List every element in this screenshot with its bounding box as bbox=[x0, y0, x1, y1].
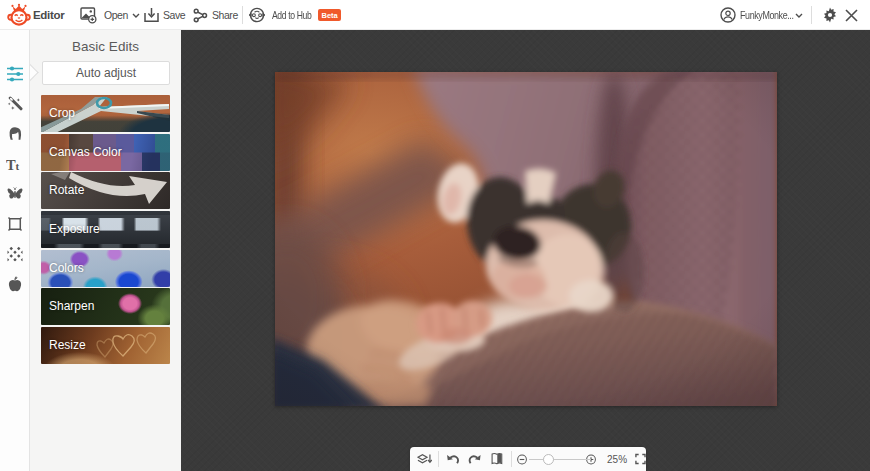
svg-text:T: T bbox=[6, 157, 16, 171]
svg-text:t: t bbox=[15, 160, 19, 172]
